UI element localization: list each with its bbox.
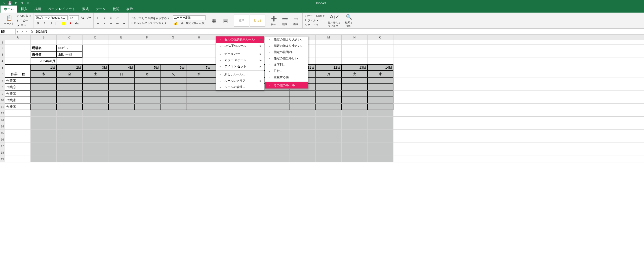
cell[interactable] [316, 58, 342, 64]
cell[interactable] [368, 117, 393, 123]
cell-data[interactable] [134, 77, 160, 84]
cell[interactable] [186, 123, 212, 129]
cell[interactable] [238, 123, 264, 129]
cell[interactable] [212, 156, 238, 162]
borders-button[interactable] [55, 21, 60, 26]
cell[interactable] [316, 45, 342, 51]
font-name-select[interactable] [35, 15, 68, 20]
cell[interactable] [5, 143, 31, 149]
cell[interactable] [31, 136, 57, 143]
cell[interactable] [186, 143, 212, 149]
style-normal[interactable]: 標準 [234, 15, 249, 27]
percent-icon[interactable]: % [179, 21, 185, 26]
cell[interactable] [108, 117, 134, 123]
cell[interactable] [83, 130, 108, 136]
cell[interactable] [134, 58, 160, 64]
cell[interactable] [160, 136, 186, 143]
cell[interactable] [264, 143, 290, 149]
cell-data[interactable] [342, 104, 368, 110]
cell-task-name[interactable]: 作業① [5, 77, 31, 84]
qat-dropdown-icon[interactable]: ▾ [26, 1, 30, 5]
cell[interactable] [5, 136, 31, 143]
cell[interactable] [160, 45, 186, 51]
cell[interactable] [5, 45, 31, 51]
tab-insert[interactable]: 挿入 [17, 6, 31, 13]
cell-task-header[interactable] [5, 64, 31, 71]
cell[interactable] [368, 143, 393, 149]
cell[interactable] [316, 40, 342, 44]
cell-dow[interactable]: 木 [31, 71, 57, 77]
cell[interactable] [342, 136, 368, 143]
cell[interactable] [31, 143, 57, 149]
cell[interactable] [57, 156, 83, 162]
cell[interactable] [160, 123, 186, 129]
cell[interactable] [290, 110, 316, 116]
cell-data[interactable] [186, 77, 212, 84]
cell-task-name[interactable]: 作業⑤ [5, 104, 31, 110]
cell-data[interactable] [212, 104, 238, 110]
cell-task-header-label[interactable]: 作業/日程 [5, 71, 31, 77]
cell[interactable] [83, 40, 108, 44]
cell-data[interactable] [186, 97, 212, 103]
font-color-button[interactable]: A [68, 21, 73, 26]
cell[interactable] [212, 130, 238, 136]
cell-data[interactable] [290, 97, 316, 103]
cell[interactable] [83, 123, 108, 129]
cell-dow[interactable]: 金 [57, 71, 83, 77]
col-header-M[interactable]: M [316, 35, 342, 40]
cell[interactable] [238, 156, 264, 162]
tab-data[interactable]: データ [92, 6, 109, 13]
format-painter-button[interactable]: 🖌書式 [17, 23, 32, 27]
cell[interactable] [238, 117, 264, 123]
cell-data[interactable] [108, 84, 134, 90]
cell-data[interactable] [57, 97, 83, 103]
redo-icon[interactable]: ↷ [20, 1, 24, 5]
cell[interactable] [212, 117, 238, 123]
autosum-button[interactable]: Σオート SUM ▾ [304, 14, 325, 18]
cell[interactable] [290, 123, 316, 129]
cell-data[interactable] [83, 77, 108, 84]
cancel-formula-icon[interactable]: ✕ [21, 30, 24, 33]
cell[interactable] [342, 143, 368, 149]
cell-data[interactable] [316, 77, 342, 84]
cell-data[interactable] [186, 90, 212, 97]
format-as-table-button[interactable]: ▤ [220, 17, 230, 25]
cell[interactable] [316, 51, 342, 58]
cell-data[interactable] [264, 90, 290, 97]
cell[interactable] [5, 149, 31, 156]
cell[interactable] [134, 156, 160, 162]
cell-date[interactable]: 13日 [342, 64, 368, 71]
cell[interactable] [264, 123, 290, 129]
cell[interactable] [186, 130, 212, 136]
cell-data[interactable] [368, 84, 393, 90]
col-header-F[interactable]: F [134, 35, 160, 40]
cell[interactable] [83, 143, 108, 149]
cell[interactable] [186, 117, 212, 123]
cell[interactable] [290, 156, 316, 162]
cell-data[interactable] [316, 90, 342, 97]
cell-data[interactable] [160, 84, 186, 90]
row-header[interactable]: 3 [0, 51, 5, 58]
cell[interactable] [368, 40, 393, 44]
italic-button[interactable]: I [42, 21, 47, 26]
menu-item-other[interactable]: ▫その他のルール... [265, 82, 308, 88]
cell-person-value[interactable]: 山田 一郎 [57, 51, 83, 58]
cell[interactable] [31, 123, 57, 129]
cell-data[interactable] [368, 90, 393, 97]
cell[interactable] [134, 40, 160, 44]
orientation-icon[interactable]: ⤢ [115, 15, 120, 20]
cell[interactable] [238, 136, 264, 143]
cell-task-name[interactable]: 作業④ [5, 97, 31, 103]
cell[interactable] [57, 40, 83, 44]
cell-data[interactable] [316, 97, 342, 103]
cell[interactable] [5, 110, 31, 116]
cell[interactable] [290, 130, 316, 136]
cell-data[interactable] [368, 77, 393, 84]
cell-dow[interactable]: 水 [186, 71, 212, 77]
cell[interactable] [5, 123, 31, 129]
cell[interactable] [160, 58, 186, 64]
cell[interactable] [212, 136, 238, 143]
cell[interactable] [290, 149, 316, 156]
cell[interactable] [368, 58, 393, 64]
menu-item-clear[interactable]: ▫ルールのクリア▶ [216, 78, 264, 84]
